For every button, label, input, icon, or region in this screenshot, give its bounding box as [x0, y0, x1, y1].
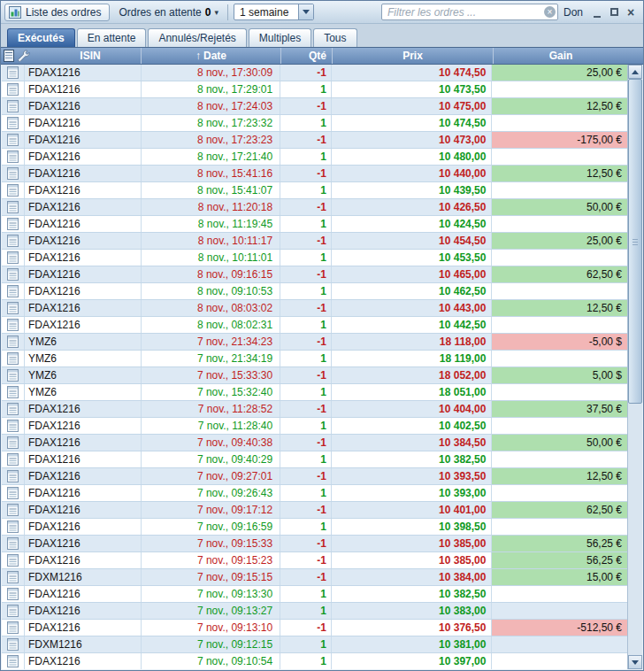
filter-input[interactable] [381, 4, 558, 20]
table-row[interactable]: FDAX12168 nov., 08:03:02-110 443,0012,50… [2, 300, 627, 317]
minimize-button[interactable] [592, 7, 602, 18]
column-header-gain[interactable]: Gain [493, 48, 628, 64]
clear-filter-icon[interactable]: × [544, 6, 556, 18]
column-header-prix[interactable]: Prix [332, 48, 493, 64]
table-row[interactable]: YMZ67 nov., 15:33:30-118 052,005,00 $ [2, 367, 627, 384]
tab-executes[interactable]: Exécutés [7, 28, 75, 47]
cell-qty: -1 [280, 98, 332, 114]
table-row[interactable]: FDXM12167 nov., 09:15:15-110 384,0015,00… [2, 569, 627, 586]
table-row[interactable]: FDAX12168 nov., 08:02:31110 442,50 [2, 317, 627, 334]
cell-qty: 1 [280, 586, 332, 602]
table-row[interactable]: FDAX12168 nov., 15:41:07110 439,50 [2, 182, 627, 199]
cell-date: 7 nov., 11:28:52 [142, 401, 281, 417]
period-dropdown-button[interactable] [298, 4, 313, 19]
table-row[interactable]: FDAX12168 nov., 17:24:03-110 475,0012,50… [2, 98, 627, 115]
cell-qty: -1 [280, 199, 332, 215]
table-row[interactable]: FDAX12167 nov., 11:28:52-110 404,0037,50… [2, 401, 627, 418]
cell-price: 10 474,50 [332, 115, 492, 131]
table-row[interactable]: FDAX12168 nov., 10:11:01110 453,50 [2, 250, 627, 266]
cell-isin: FDAX1216 [25, 266, 142, 282]
table-row[interactable]: FDAX12167 nov., 09:13:10-110 376,50-512,… [2, 620, 627, 636]
cell-date: 8 nov., 17:24:03 [142, 98, 281, 114]
cell-date: 8 nov., 11:20:18 [142, 199, 281, 215]
table-row[interactable]: FDAX12168 nov., 10:11:17-110 454,5025,00… [2, 233, 627, 250]
tab-tous[interactable]: Tous [313, 28, 356, 47]
table-row[interactable]: FDAX12167 nov., 09:17:12-110 401,0062,50… [2, 502, 627, 519]
cell-qty: 1 [280, 636, 332, 652]
table-row[interactable]: FDAX12167 nov., 09:13:30110 382,50 [2, 586, 627, 603]
table-row[interactable]: YMZ67 nov., 21:34:19118 119,00 [2, 351, 627, 367]
period-select[interactable]: 1 semaine [234, 4, 314, 20]
column-header-qte[interactable]: Qté [280, 48, 332, 64]
cell-isin: FDAX1216 [25, 653, 142, 669]
cell-gain [492, 351, 627, 366]
titlebar: Liste des ordres Ordres en attente 0 ▾ 1… [1, 1, 643, 24]
cell-price: 10 402,50 [332, 418, 492, 434]
page-icon[interactable] [4, 50, 14, 62]
tab-en-attente[interactable]: En attente [77, 28, 147, 47]
table-row[interactable]: FDXM12167 nov., 09:12:15110 381,00 [2, 636, 627, 653]
wrench-icon[interactable] [18, 50, 30, 62]
table-row[interactable]: YMZ67 nov., 21:34:23-118 118,00-5,00 $ [2, 334, 627, 351]
column-label: Date [203, 50, 226, 62]
table-row[interactable]: YMZ67 nov., 15:32:40118 051,00 [2, 384, 627, 401]
cell-date: 7 nov., 09:13:30 [142, 586, 281, 602]
order-icon [2, 586, 25, 602]
pending-orders-tab[interactable]: Ordres en attente 0 ▾ [115, 4, 222, 20]
table-row[interactable]: FDAX12168 nov., 15:41:16-110 440,0012,50… [2, 166, 627, 182]
cell-price: 10 404,00 [332, 401, 492, 417]
tab-annules-rejetes[interactable]: Annulés/Rejetés [148, 28, 246, 47]
cell-qty: 1 [280, 149, 332, 165]
table-row[interactable]: FDAX12168 nov., 17:29:01110 473,50 [2, 81, 627, 98]
vertical-scrollbar[interactable] [627, 65, 642, 669]
table-row[interactable]: FDAX12167 nov., 09:27:01-110 393,5012,50… [2, 468, 627, 485]
cell-isin: FDAX1216 [25, 435, 142, 451]
cell-gain [492, 317, 627, 333]
sort-ascending-icon: ↑ [196, 50, 201, 62]
table-row[interactable]: FDAX12168 nov., 09:16:15-110 465,0062,50… [2, 266, 627, 283]
cell-isin: FDAX1216 [25, 502, 142, 518]
maximize-button[interactable] [609, 7, 619, 18]
cell-date: 7 nov., 09:26:43 [142, 485, 281, 501]
cell-price: 10 462,50 [332, 283, 492, 299]
table-row[interactable]: FDAX12168 nov., 17:30:09-110 474,5025,00… [2, 65, 627, 81]
table-row[interactable]: FDAX12168 nov., 11:20:18-110 426,5050,00… [2, 199, 627, 216]
cell-date: 7 nov., 09:15:33 [142, 536, 281, 551]
column-header-date[interactable]: ↑Date [141, 48, 280, 64]
tab-multiples[interactable]: Multiples [249, 28, 311, 47]
cell-isin: FDAX1216 [25, 317, 142, 333]
table-row[interactable]: FDAX12167 nov., 09:13:27110 383,00 [2, 603, 627, 620]
cell-isin: FDAX1216 [25, 300, 142, 316]
scrollbar-thumb[interactable] [628, 79, 642, 404]
header-tools [1, 48, 40, 64]
cell-isin: FDXM1216 [25, 569, 142, 585]
table-row[interactable]: FDAX12167 nov., 11:28:40110 402,50 [2, 418, 627, 435]
table-row[interactable]: FDAX12167 nov., 09:16:59110 398,50 [2, 519, 627, 536]
table-row[interactable]: FDAX12167 nov., 09:15:23-110 385,0056,25… [2, 552, 627, 569]
cell-price: 10 454,50 [332, 233, 492, 249]
cell-gain: 56,25 € [492, 536, 627, 551]
scroll-down-button[interactable] [628, 655, 642, 669]
column-header-isin[interactable]: ISIN [40, 48, 141, 64]
table-row[interactable]: FDAX12167 nov., 09:10:54110 397,00 [2, 653, 627, 669]
table-header: ISIN ↑Date Qté Prix Gain [1, 47, 643, 65]
order-icon [2, 317, 25, 333]
table-row[interactable]: FDAX12167 nov., 09:15:33-110 385,0056,25… [2, 536, 627, 552]
order-icon [2, 233, 25, 249]
orders-list-title-tab[interactable]: Liste des ordres [4, 4, 110, 21]
table-row[interactable]: FDAX12167 nov., 09:26:43110 393,00 [2, 485, 627, 502]
cell-gain: 12,50 € [492, 468, 627, 484]
table-row[interactable]: FDAX12168 nov., 11:19:45110 424,50 [2, 216, 627, 233]
table-row[interactable]: FDAX12167 nov., 09:40:38-110 384,5050,00… [2, 435, 627, 451]
table-row[interactable]: FDAX12168 nov., 09:10:53110 462,50 [2, 283, 627, 300]
scroll-up-button[interactable] [628, 65, 642, 79]
cell-gain [492, 216, 627, 232]
table-row[interactable]: FDAX12168 nov., 17:23:32110 474,50 [2, 115, 627, 132]
order-icon [2, 653, 25, 669]
close-icon: × [627, 7, 634, 18]
cell-isin: FDAX1216 [25, 98, 142, 114]
table-row[interactable]: FDAX12167 nov., 09:40:29110 382,50 [2, 451, 627, 468]
table-row[interactable]: FDAX12168 nov., 17:23:23-110 473,00-175,… [2, 132, 627, 149]
close-button[interactable]: × [625, 7, 636, 18]
table-row[interactable]: FDAX12168 nov., 17:21:40110 480,00 [2, 149, 627, 166]
